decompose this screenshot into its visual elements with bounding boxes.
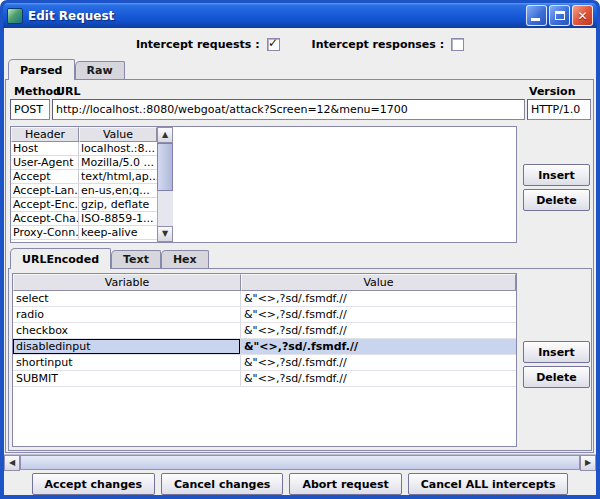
scrollbar-thumb[interactable]	[157, 143, 173, 191]
tab-urlencoded[interactable]: URLEncoded	[10, 248, 111, 269]
header-value-cell[interactable]: en-us,en;q...	[79, 184, 157, 197]
header-name-cell[interactable]: Accept-Lan...	[11, 184, 79, 197]
param-value-cell[interactable]: &"<>,?sd/.fsmdf.//	[241, 371, 516, 386]
headers-table-body: Host localhost.:8... User-Agent Mozilla/…	[11, 142, 157, 240]
param-value-cell[interactable]: &"<>,?sd/.fsmdf.//	[241, 355, 516, 370]
params-table: Variable Value select &"<>,?sd/.fsmdf.//…	[12, 273, 517, 447]
header-row[interactable]: Accept-Lan... en-us,en;q...	[11, 184, 157, 198]
params-col-variable[interactable]: Variable	[13, 274, 241, 291]
headers-insert-button[interactable]: Insert	[523, 164, 590, 186]
version-field[interactable]	[527, 99, 591, 120]
scrollbar-thumb[interactable]	[20, 455, 580, 470]
header-name-cell[interactable]: Accept	[11, 170, 79, 183]
method-label: Method	[14, 85, 61, 98]
cancel-all-intercepts-button[interactable]: Cancel ALL intercepts	[408, 473, 569, 495]
params-delete-button[interactable]: Delete	[523, 366, 590, 388]
cancel-changes-button[interactable]: Cancel changes	[161, 473, 283, 495]
client-area: Intercept requests : ✓ Intercept respons…	[4, 28, 596, 495]
param-value-cell[interactable]: &"<>,?sd/.fsmdf.//	[241, 291, 516, 306]
headers-col-header[interactable]: Header	[11, 127, 79, 142]
tab-parsed[interactable]: Parsed	[8, 59, 75, 80]
params-table-header: Variable Value	[13, 274, 516, 291]
maximize-icon	[555, 11, 565, 20]
header-value-cell[interactable]: ISO-8859-1...	[79, 212, 157, 225]
scroll-down-icon[interactable]: ▼	[157, 226, 173, 242]
tab-hex[interactable]: Hex	[161, 250, 209, 268]
close-button[interactable]: ✕	[572, 5, 593, 26]
header-row[interactable]: Accept-Cha... ISO-8859-1...	[11, 212, 157, 226]
param-variable-cell[interactable]: radio	[13, 307, 241, 322]
param-variable-cell[interactable]: checkbox	[13, 323, 241, 338]
param-variable-cell[interactable]: shortinput	[13, 355, 241, 370]
intercept-responses-label: Intercept responses :	[312, 38, 445, 51]
tab-raw[interactable]: Raw	[75, 61, 125, 79]
titlebar[interactable]: Edit Request ✕	[3, 3, 597, 28]
header-value-cell[interactable]: text/html,ap...	[79, 170, 157, 183]
scroll-right-icon[interactable]: ▶	[580, 455, 596, 471]
headers-vertical-scrollbar[interactable]: ▲ ▼	[157, 127, 173, 242]
abort-request-button[interactable]: Abort request	[289, 473, 401, 495]
param-row[interactable]: disabledinput &"<>,?sd/.fsmdf.//	[13, 339, 516, 355]
scroll-up-icon[interactable]: ▲	[157, 127, 173, 143]
headers-delete-button[interactable]: Delete	[523, 189, 590, 211]
headers-table-header: Header Value	[11, 127, 157, 142]
app-icon	[7, 8, 23, 24]
accept-changes-button[interactable]: Accept changes	[32, 473, 155, 495]
header-value-cell[interactable]: gzip, deflate	[79, 198, 157, 211]
scroll-left-icon[interactable]: ◀	[4, 455, 20, 471]
header-value-cell[interactable]: Mozilla/5.0 ...	[79, 156, 157, 169]
header-row[interactable]: Accept text/html,ap...	[11, 170, 157, 184]
body-view-tabs: URLEncoded Text Hex	[10, 248, 209, 269]
headers-table: Header Value Host localhost.:8... User-A…	[10, 126, 517, 243]
horizontal-scrollbar[interactable]: ◀ ▶	[4, 454, 596, 470]
headers-col-value[interactable]: Value	[79, 127, 157, 142]
header-row[interactable]: Proxy-Conn... keep-alive	[11, 226, 157, 240]
minimize-icon	[531, 18, 540, 21]
param-variable-cell[interactable]: disabledinput	[13, 339, 241, 354]
tab-text[interactable]: Text	[111, 250, 161, 268]
window-controls: ✕	[526, 5, 593, 26]
window-title: Edit Request	[28, 9, 114, 23]
intercept-row: Intercept requests : ✓ Intercept respons…	[4, 34, 596, 54]
request-view-tabs: Parsed Raw	[8, 59, 125, 80]
param-row[interactable]: select &"<>,?sd/.fsmdf.//	[13, 291, 516, 307]
intercept-responses-checkbox[interactable]: ✓	[451, 38, 464, 51]
header-row[interactable]: User-Agent Mozilla/5.0 ...	[11, 156, 157, 170]
param-value-cell[interactable]: &"<>,?sd/.fsmdf.//	[241, 323, 516, 338]
check-icon: ✓	[268, 36, 278, 50]
header-row[interactable]: Host localhost.:8...	[11, 142, 157, 156]
param-row[interactable]: shortinput &"<>,?sd/.fsmdf.//	[13, 355, 516, 371]
header-row[interactable]: Accept-Enc... gzip, deflate	[11, 198, 157, 212]
param-row[interactable]: radio &"<>,?sd/.fsmdf.//	[13, 307, 516, 323]
header-name-cell[interactable]: Accept-Enc...	[11, 198, 79, 211]
param-row[interactable]: SUBMIT &"<>,?sd/.fsmdf.//	[13, 371, 516, 387]
spacer	[287, 44, 305, 45]
param-variable-cell[interactable]: select	[13, 291, 241, 306]
edit-request-window: Edit Request ✕ Intercept requests : ✓ In…	[0, 0, 600, 499]
param-row[interactable]: checkbox &"<>,?sd/.fsmdf.//	[13, 323, 516, 339]
header-name-cell[interactable]: User-Agent	[11, 156, 79, 169]
url-field[interactable]	[52, 99, 525, 120]
intercept-requests-label: Intercept requests :	[136, 38, 260, 51]
header-name-cell[interactable]: Host	[11, 142, 79, 155]
intercept-requests-checkbox[interactable]: ✓	[267, 38, 280, 51]
header-value-cell[interactable]: localhost.:8...	[79, 142, 157, 155]
params-table-body: select &"<>,?sd/.fsmdf.// radio &"<>,?sd…	[13, 291, 516, 387]
params-col-value[interactable]: Value	[241, 274, 516, 291]
header-name-cell[interactable]: Accept-Cha...	[11, 212, 79, 225]
footer-buttons: Accept changes Cancel changes Abort requ…	[4, 473, 596, 495]
header-value-cell[interactable]: keep-alive	[79, 226, 157, 239]
header-name-cell[interactable]: Proxy-Conn...	[11, 226, 79, 239]
close-icon: ✕	[577, 10, 587, 22]
param-variable-cell[interactable]: SUBMIT	[13, 371, 241, 386]
version-label: Version	[529, 85, 576, 98]
param-value-cell[interactable]: &"<>,?sd/.fsmdf.//	[241, 339, 516, 354]
maximize-button[interactable]	[549, 5, 570, 26]
minimize-button[interactable]	[526, 5, 547, 26]
method-field[interactable]	[10, 99, 50, 120]
params-insert-button[interactable]: Insert	[523, 341, 590, 363]
url-label: URL	[56, 85, 80, 98]
param-value-cell[interactable]: &"<>,?sd/.fsmdf.//	[241, 307, 516, 322]
